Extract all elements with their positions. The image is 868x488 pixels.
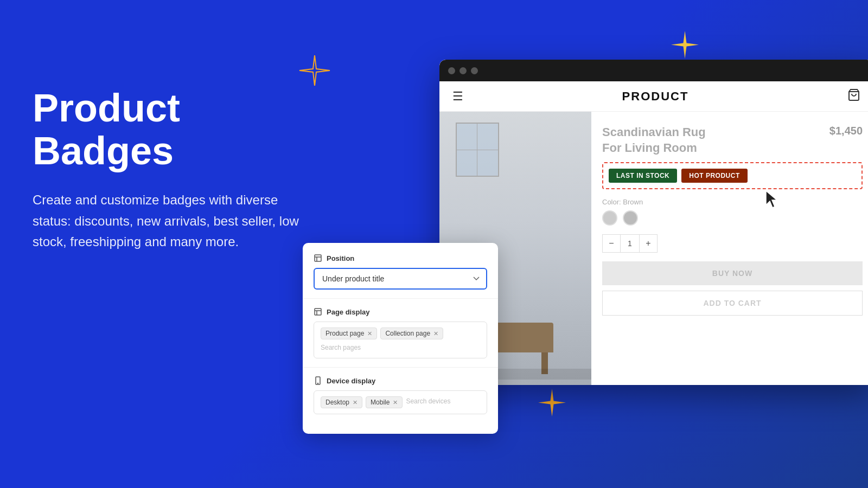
device-display-label: Device display xyxy=(327,377,375,385)
divider-2 xyxy=(303,367,498,368)
svg-point-4 xyxy=(318,383,318,384)
browser-dot-2 xyxy=(459,67,467,74)
product-price: $1,450 xyxy=(829,125,863,137)
position-section-title: Position xyxy=(314,254,487,262)
quantity-value: 1 xyxy=(621,234,639,253)
hamburger-icon: ☰ xyxy=(452,89,463,104)
device-display-icon xyxy=(314,376,322,385)
device-tag-mobile-remove[interactable]: ✕ xyxy=(393,399,398,406)
product-nav-title: PRODUCT xyxy=(622,89,689,104)
decorative-star-top xyxy=(298,54,331,87)
color-swatch-2[interactable] xyxy=(623,210,638,226)
product-title: Scandinavian Rug For Living Room xyxy=(602,125,711,156)
page-display-label: Page display xyxy=(327,308,369,316)
quantity-increase-button[interactable]: + xyxy=(639,234,658,253)
product-body: Scandinavian Rug For Living Room $1,450 … xyxy=(439,112,868,385)
buy-now-button[interactable]: BUY NOW xyxy=(602,261,863,285)
hero-content: Product Badges Create and customize badg… xyxy=(33,87,315,253)
device-search-placeholder: Search devices xyxy=(406,396,450,408)
device-tag-desktop-label: Desktop xyxy=(326,399,349,406)
page-tag-collection-label: Collection page xyxy=(385,330,430,337)
add-to-cart-button[interactable]: ADD TO CART xyxy=(602,291,863,316)
svg-rect-2 xyxy=(315,309,321,315)
page-tag-product[interactable]: Product page ✕ xyxy=(321,328,377,339)
browser-dot-3 xyxy=(471,67,478,74)
color-label: Color: Brown xyxy=(602,198,863,206)
quantity-row: − 1 + xyxy=(602,234,863,253)
product-title-price-row: Scandinavian Rug For Living Room $1,450 xyxy=(602,125,863,156)
page-display-icon xyxy=(314,307,322,316)
cart-icon xyxy=(847,88,860,105)
product-details: Scandinavian Rug For Living Room $1,450 … xyxy=(591,112,868,385)
svg-rect-1 xyxy=(315,255,321,261)
badge-hot-product: HOT PRODUCT xyxy=(681,169,748,183)
badge-last-stock: LAST IN STOCK xyxy=(609,169,677,183)
page-tag-product-remove[interactable]: ✕ xyxy=(367,330,372,337)
hero-description: Create and customize badges with diverse… xyxy=(33,190,315,252)
position-panel: Position Under product title Page displa… xyxy=(303,243,498,434)
page-tag-collection[interactable]: Collection page ✕ xyxy=(380,328,443,339)
position-label: Position xyxy=(327,254,354,262)
decorative-star-top-right xyxy=(670,30,700,60)
quantity-decrease-button[interactable]: − xyxy=(602,234,621,253)
position-section: Position Under product title xyxy=(314,254,487,290)
device-display-title: Device display xyxy=(314,376,487,385)
room-window xyxy=(456,123,499,177)
device-tag-mobile[interactable]: Mobile ✕ xyxy=(366,396,403,408)
browser-mockup: ☰ PRODUCT xyxy=(439,60,868,385)
product-nav: ☰ PRODUCT xyxy=(439,81,868,112)
color-swatch-1[interactable] xyxy=(602,210,617,226)
device-tag-desktop[interactable]: Desktop ✕ xyxy=(321,396,362,408)
hero-title: Product Badges xyxy=(33,87,315,172)
browser-titlebar xyxy=(439,60,868,81)
decorative-star-bottom xyxy=(537,388,567,418)
page-display-tags-box[interactable]: Product page ✕ Collection page ✕ Search … xyxy=(314,322,487,358)
page-tag-collection-remove[interactable]: ✕ xyxy=(433,330,438,337)
device-display-section: Device display Desktop ✕ Mobile ✕ Search… xyxy=(314,376,487,414)
device-display-tags-box[interactable]: Desktop ✕ Mobile ✕ Search devices xyxy=(314,390,487,414)
divider-1 xyxy=(303,298,498,299)
browser-dot-1 xyxy=(448,67,455,74)
badges-area: LAST IN STOCK HOT PRODUCT xyxy=(602,162,863,189)
position-icon xyxy=(314,254,322,262)
device-tag-mobile-label: Mobile xyxy=(371,399,390,406)
position-select[interactable]: Under product title xyxy=(314,268,487,290)
page-display-section: Page display Product page ✕ Collection p… xyxy=(314,307,487,358)
page-tag-product-label: Product page xyxy=(326,330,364,337)
page-display-title: Page display xyxy=(314,307,487,316)
page-search-placeholder: Search pages xyxy=(321,343,361,352)
device-tag-desktop-remove[interactable]: ✕ xyxy=(353,399,358,406)
color-swatches xyxy=(602,210,863,226)
product-page: ☰ PRODUCT xyxy=(439,81,868,385)
